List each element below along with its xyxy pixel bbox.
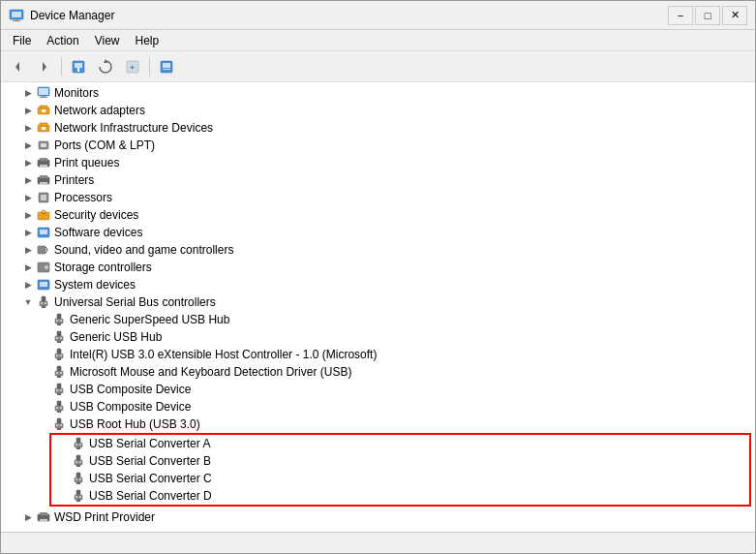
security-icon: [36, 207, 51, 223]
tree-item-usb-mouse[interactable]: ▶ Microsoft Mouse and Keyboard Detection…: [1, 363, 755, 381]
svg-point-58: [60, 337, 62, 339]
expander-monitors[interactable]: ▶: [20, 85, 36, 101]
tree-item-print-queues[interactable]: ▶ Print queues: [1, 154, 755, 171]
menu-action[interactable]: Action: [39, 32, 86, 49]
svg-rect-51: [57, 323, 61, 325]
svg-rect-26: [41, 143, 46, 147]
tree-item-usb-composite-2[interactable]: ▶ USB Composite Device: [1, 398, 755, 416]
title-bar: Device Manager − □ ✕: [1, 1, 755, 30]
title-bar-controls: − □ ✕: [668, 6, 747, 25]
usb-serial-c-label: USB Serial Converter C: [89, 472, 212, 485]
menu-bar: File Action View Help: [1, 30, 755, 51]
expander-processors[interactable]: ▶: [20, 190, 36, 205]
usb-root-label: USB Root Hub (USB 3.0): [70, 417, 200, 431]
minimize-button[interactable]: −: [668, 6, 693, 25]
menu-file[interactable]: File: [5, 32, 39, 49]
tree-item-usb-composite-1[interactable]: ▶ USB Composite Device: [1, 381, 755, 398]
tree-item-security[interactable]: ▶ Security devices: [1, 206, 755, 224]
svg-point-63: [60, 354, 62, 356]
svg-rect-1: [12, 12, 21, 17]
content-area: ▶ Monitors ▶ Network adapters ▶: [1, 82, 755, 532]
menu-view[interactable]: View: [87, 32, 128, 49]
svg-point-41: [45, 265, 48, 269]
svg-rect-101: [76, 500, 80, 502]
tree-item-monitors[interactable]: ▶ Monitors: [1, 84, 755, 102]
tree-item-usb[interactable]: ▼ Universal Serial Bus controllers: [1, 293, 755, 311]
network-infra-icon: [36, 120, 51, 136]
svg-point-78: [60, 407, 62, 409]
expander-sound[interactable]: ▶: [20, 242, 36, 258]
processors-label: Processors: [54, 191, 112, 204]
processors-icon: [36, 190, 51, 205]
expander-network-infra[interactable]: ▶: [20, 120, 36, 136]
update-button[interactable]: [93, 55, 118, 78]
tree-item-usb-serial-c[interactable]: ▶ USB Serial Converter C: [51, 470, 749, 487]
tree-item-usb-superspeed[interactable]: ▶ Generic SuperSpeed USB Hub: [1, 311, 755, 328]
tree-item-system[interactable]: ▶ System devices: [1, 276, 755, 293]
svg-point-48: [45, 302, 46, 304]
expander-system[interactable]: ▶: [20, 277, 36, 292]
expander-wsd[interactable]: ▶: [20, 509, 36, 525]
svg-rect-49: [57, 314, 61, 319]
tree-item-software[interactable]: ▶ Software devices: [1, 224, 755, 241]
expander-printers[interactable]: ▶: [20, 172, 36, 188]
tree-item-processors[interactable]: ▶ Processors: [1, 189, 755, 206]
close-button[interactable]: ✕: [722, 6, 747, 25]
tree-view[interactable]: ▶ Monitors ▶ Network adapters ▶: [1, 82, 755, 532]
tree-item-wsd[interactable]: ▶ WSD Print Provider: [1, 508, 755, 526]
network-infra-label: Network Infrastructure Devices: [54, 121, 213, 135]
sound-icon: [36, 242, 51, 258]
tree-item-usb-root[interactable]: ▶ USB Root Hub (USB 3.0): [1, 416, 755, 433]
forward-button[interactable]: [32, 55, 57, 78]
scan-button[interactable]: +: [120, 55, 145, 78]
tree-item-sound[interactable]: ▶ Sound, video and game controllers: [1, 241, 755, 259]
svg-point-57: [56, 337, 58, 339]
tree-item-usb-serial-d[interactable]: ▶ USB Serial Converter D: [51, 487, 749, 505]
tree-item-usb-serial-a[interactable]: ▶ USB Serial Converter A: [51, 435, 749, 452]
properties-button[interactable]: [66, 55, 91, 78]
svg-rect-38: [40, 230, 47, 234]
svg-point-68: [60, 372, 62, 374]
back-button[interactable]: [5, 55, 30, 78]
svg-rect-31: [40, 175, 47, 178]
svg-rect-13: [163, 63, 170, 68]
toolbar: +: [1, 51, 755, 82]
tree-item-ports[interactable]: ▶ Ports (COM & LPT): [1, 137, 755, 154]
svg-rect-56: [57, 341, 61, 343]
usb-serial-c-icon: [71, 471, 86, 486]
tree-item-storage[interactable]: ▶ Storage controllers: [1, 259, 755, 276]
tree-item-usb-serial-b[interactable]: ▶ USB Serial Converter B: [51, 452, 749, 470]
printers-icon: [36, 172, 51, 188]
expander-security[interactable]: ▶: [20, 207, 36, 223]
expander-ports[interactable]: ▶: [20, 138, 36, 153]
expander-storage[interactable]: ▶: [20, 260, 36, 275]
tree-item-usb-generic[interactable]: ▶ Generic USB Hub: [1, 328, 755, 346]
svg-rect-35: [38, 212, 49, 220]
usb-composite-2-label: USB Composite Device: [70, 400, 191, 414]
expander-software[interactable]: ▶: [20, 225, 36, 240]
tree-item-usb-intel[interactable]: ▶ Intel(R) USB 3.0 eXtensible Host Contr…: [1, 346, 755, 363]
svg-marker-5: [43, 62, 46, 72]
usb-mouse-label: Microsoft Mouse and Keyboard Detection D…: [70, 365, 351, 379]
svg-rect-14: [163, 69, 170, 70]
expander-print-queues[interactable]: ▶: [20, 155, 36, 170]
tree-item-network-adapters[interactable]: ▶ Network adapters: [1, 102, 755, 119]
highlight-box: ▶ USB Serial Converter A ▶ USB Serial Co…: [49, 433, 751, 507]
usb-root-icon: [51, 416, 67, 432]
system-icon: [36, 277, 51, 292]
usb-superspeed-icon: [51, 312, 67, 327]
tree-item-network-infra[interactable]: ▶ Network Infrastructure Devices: [1, 119, 755, 137]
expander-usb[interactable]: ▼: [20, 294, 36, 310]
expander-network-adapters[interactable]: ▶: [20, 103, 36, 118]
maximize-button[interactable]: □: [695, 6, 720, 25]
toolbar-sep-2: [149, 57, 150, 77]
svg-rect-18: [40, 97, 47, 98]
svg-rect-106: [40, 519, 47, 521]
help-button[interactable]: [154, 55, 179, 78]
usb-composite-2-icon: [51, 399, 67, 415]
menu-help[interactable]: Help: [128, 32, 167, 49]
svg-rect-34: [41, 195, 46, 200]
tree-item-printers[interactable]: ▶ Printers: [1, 171, 755, 189]
svg-point-47: [41, 302, 43, 304]
svg-point-97: [76, 478, 77, 480]
